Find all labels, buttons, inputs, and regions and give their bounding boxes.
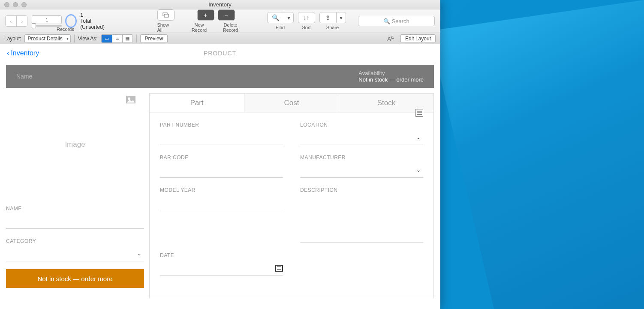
show-all-button[interactable]	[157, 9, 175, 21]
search-icon: 🔍	[272, 14, 279, 21]
content-area: ‹ Inventory PRODUCT Name Availability No…	[0, 44, 440, 309]
name-label: NAME	[6, 206, 144, 212]
calendar-icon[interactable]	[275, 265, 283, 272]
page-title: PRODUCT	[0, 50, 440, 57]
prev-record-button[interactable]: ‹	[6, 16, 16, 26]
model-year-label: MODEL YEAR	[160, 187, 283, 193]
chevron-down-icon: ⌄	[137, 251, 141, 257]
records-caption: Records	[57, 27, 74, 32]
right-column: Part Cost Stock PART NUMBER LOCATION	[149, 93, 434, 304]
show-all-label: Show All	[157, 22, 175, 33]
record-info: 1 Total (Unsorted)	[80, 12, 110, 30]
delete-record-button[interactable]: −	[218, 9, 235, 21]
model-year-field[interactable]	[160, 196, 283, 210]
tab-cost[interactable]: Cost	[244, 94, 339, 112]
sort-button[interactable]: ↓↑	[298, 12, 315, 23]
view-segmented: ▭ ≣ ▦	[101, 34, 133, 43]
left-column: Image NAME CATEGORY ⌄ Not in stock — ord…	[6, 93, 149, 304]
manufacturer-label: MANUFACTURER	[300, 154, 423, 161]
find-label: Find	[276, 25, 285, 30]
find-button[interactable]: 🔍 ▾	[267, 12, 294, 23]
total-count: 1	[80, 12, 110, 18]
view-form-button[interactable]: ▭	[102, 35, 112, 42]
name-field[interactable]	[6, 214, 144, 229]
record-number-field[interactable]: 1	[32, 15, 62, 24]
image-container[interactable]: Image	[6, 93, 144, 196]
availability-label: Availability	[358, 70, 424, 76]
svg-rect-1	[164, 14, 169, 17]
location-label: LOCATION	[300, 122, 423, 128]
search-icon: 🔍	[383, 18, 390, 24]
window-title: Inventory	[0, 1, 440, 8]
layout-select[interactable]: Product Details	[24, 34, 70, 43]
date-field[interactable]	[160, 261, 283, 276]
toolbar: ‹ › 1 1 Total (Unsorted) Records Show Al…	[0, 9, 440, 33]
breadcrumb: ‹ Inventory PRODUCT	[0, 44, 440, 62]
record-nav: ‹ ›	[5, 15, 27, 27]
part-number-field[interactable]	[160, 130, 283, 145]
location-field[interactable]: ⌄	[300, 130, 423, 145]
category-field[interactable]: ⌄	[6, 247, 144, 261]
availability-value: Not in stock — order more	[358, 76, 424, 83]
stack-icon	[163, 12, 169, 18]
hero-name-label: Name	[16, 73, 32, 80]
bar-code-label: BAR CODE	[160, 154, 283, 161]
part-panel: PART NUMBER LOCATION ⌄ BAR CODE	[149, 112, 434, 298]
image-placeholder: Image	[65, 140, 85, 149]
detail-tabs: Part Cost Stock	[149, 93, 434, 112]
app-window: Inventory ‹ › 1 1 Total (Unsorted) Recor…	[0, 0, 440, 309]
new-record-label: New Record	[187, 22, 212, 33]
preview-button[interactable]: Preview	[140, 34, 168, 43]
total-label: Total (Unsorted)	[80, 18, 110, 30]
chevron-down-icon: ⌄	[416, 167, 421, 173]
sort-label: Sort	[302, 25, 310, 30]
description-label: DESCRIPTION	[300, 187, 423, 193]
text-format-icon[interactable]: Aa	[387, 34, 394, 42]
date-label: DATE	[160, 252, 283, 258]
hero-availability: Availability Not in stock — order more	[358, 70, 424, 83]
titlebar: Inventory	[0, 0, 440, 9]
bar-code-field[interactable]	[160, 163, 283, 178]
tab-part[interactable]: Part	[150, 94, 244, 112]
search-placeholder: Search	[392, 18, 409, 24]
layout-label: Layout:	[4, 36, 21, 42]
view-table-button[interactable]: ▦	[122, 35, 132, 42]
edit-layout-button[interactable]: Edit Layout	[400, 34, 436, 43]
stock-status-badge: Not in stock — order more	[6, 269, 144, 288]
layout-bar: Layout: Product Details View As: ▭ ≣ ▦ P…	[0, 33, 440, 44]
hero-banner: Name Availability Not in stock — order m…	[6, 65, 434, 88]
share-label: Share	[326, 25, 339, 30]
share-button[interactable]: ⇪ ▾	[319, 12, 346, 23]
description-field[interactable]	[300, 196, 423, 243]
view-as-label: View As:	[78, 36, 98, 42]
sort-icon: ↓↑	[304, 14, 310, 21]
manufacturer-field[interactable]: ⌄	[300, 163, 423, 178]
chevron-down-icon: ⌄	[416, 134, 421, 140]
next-record-button[interactable]: ›	[16, 16, 27, 26]
share-icon: ⇪	[325, 14, 331, 21]
image-icon	[126, 96, 135, 103]
view-list-button[interactable]: ≣	[112, 35, 122, 42]
layout-select-value: Product Details	[27, 36, 62, 42]
search-field[interactable]: 🔍 Search	[358, 16, 435, 26]
list-icon[interactable]	[415, 109, 423, 117]
part-number-label: PART NUMBER	[160, 122, 283, 128]
new-record-button[interactable]: +	[197, 9, 214, 21]
record-pie-icon	[65, 14, 77, 28]
delete-record-label: Delete Record	[216, 22, 246, 33]
category-label: CATEGORY	[6, 238, 144, 244]
